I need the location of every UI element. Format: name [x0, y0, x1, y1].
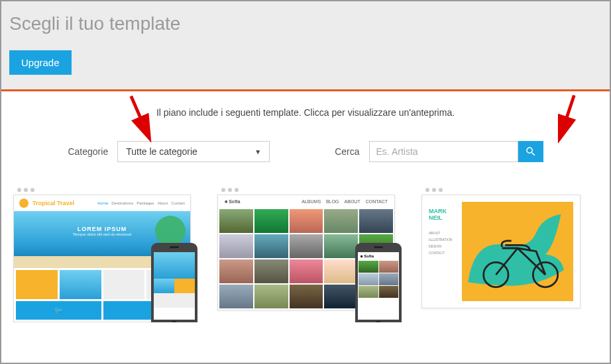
phone-mockup: ■ Sofia: [355, 243, 402, 322]
browser-dots-icon: [421, 185, 581, 195]
content-area: Il piano include i seguenti template. Cl…: [1, 91, 610, 329]
page-header: Scegli il tuo template Upgrade: [1, 1, 610, 91]
hero-subtitle: Tempor dolor elit sed do eiusmod: [14, 232, 190, 236]
browser-dots-icon: [217, 185, 395, 195]
categories-label: Categorie: [68, 146, 108, 157]
template-brand: Tropical Travel: [32, 200, 74, 206]
search-icon: [525, 146, 537, 158]
template-card[interactable]: MARK NEIL ABOUT ILLUSTRATION DESIGN CONT…: [421, 185, 581, 322]
search-input[interactable]: [369, 141, 518, 162]
categories-selected-value: Tutte le categorie: [126, 146, 197, 157]
filter-controls: Categorie Tutte le categorie ▼ Cerca: [9, 141, 602, 162]
template-card[interactable]: ■ Sofia ALBUMS BLOG ABOUT CONTACT ■ Sofi…: [217, 185, 395, 322]
chevron-down-icon: ▼: [254, 148, 261, 156]
search-button[interactable]: [518, 141, 543, 162]
hero-title: LOREM IPSUM: [14, 226, 190, 232]
template-gallery: Tropical Travel HomeDestinationsPackages…: [9, 185, 602, 322]
template-nav: HomeDestinationsPackagesAboutContact: [97, 201, 185, 205]
phone-mockup: [151, 243, 197, 322]
template-brand: Sofia: [229, 199, 240, 204]
categories-select[interactable]: Tutte le categorie ▼: [117, 141, 270, 162]
illustration: [462, 202, 573, 301]
template-card[interactable]: Tropical Travel HomeDestinationsPackages…: [13, 185, 191, 322]
upgrade-button[interactable]: Upgrade: [9, 50, 72, 75]
search-label: Cerca: [335, 146, 359, 157]
page-title: Scegli il tuo template: [9, 13, 602, 34]
twitter-icon: 🐦: [16, 301, 101, 320]
browser-dots-icon: [13, 185, 191, 195]
logo-icon: [19, 199, 28, 208]
subtitle: Il piano include i seguenti template. Cl…: [9, 107, 602, 118]
